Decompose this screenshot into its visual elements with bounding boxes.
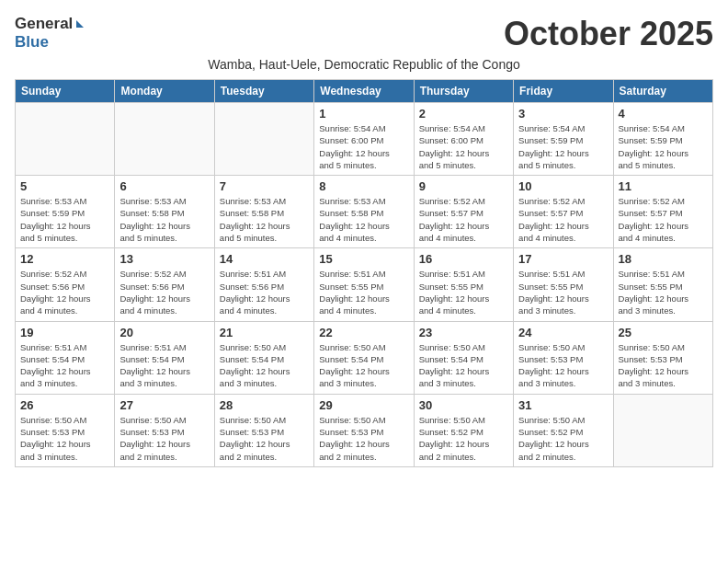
day-info: Sunrise: 5:53 AM Sunset: 5:59 PM Dayligh… [20,195,109,244]
calendar-day-cell: 30Sunrise: 5:50 AM Sunset: 5:52 PM Dayli… [414,394,513,466]
calendar-day-cell: 3Sunrise: 5:54 AM Sunset: 5:59 PM Daylig… [514,103,613,176]
day-info: Sunrise: 5:51 AM Sunset: 5:56 PM Dayligh… [220,268,309,316]
day-info: Sunrise: 5:50 AM Sunset: 5:53 PM Dayligh… [20,414,109,463]
day-number: 21 [220,326,309,339]
day-info: Sunrise: 5:50 AM Sunset: 5:53 PM Dayligh… [518,341,608,390]
day-number: 3 [518,107,608,121]
calendar-day-cell: 6Sunrise: 5:53 AM Sunset: 5:58 PM Daylig… [115,176,214,248]
calendar-day-cell [115,103,214,176]
day-number: 1 [319,107,408,121]
day-number: 18 [619,252,708,266]
calendar-day-cell: 26Sunrise: 5:50 AM Sunset: 5:53 PM Dayli… [16,394,115,466]
calendar-day-cell: 4Sunrise: 5:54 AM Sunset: 5:59 PM Daylig… [613,103,712,176]
calendar-day-cell: 16Sunrise: 5:51 AM Sunset: 5:55 PM Dayli… [414,248,513,321]
day-info: Sunrise: 5:50 AM Sunset: 5:54 PM Dayligh… [419,341,508,390]
day-info: Sunrise: 5:53 AM Sunset: 5:58 PM Dayligh… [319,195,408,244]
day-number: 20 [119,326,209,339]
day-info: Sunrise: 5:52 AM Sunset: 5:57 PM Dayligh… [419,195,508,244]
day-info: Sunrise: 5:54 AM Sunset: 6:00 PM Dayligh… [319,122,408,171]
day-number: 28 [220,398,309,412]
day-info: Sunrise: 5:50 AM Sunset: 5:52 PM Dayligh… [419,414,508,463]
day-info: Sunrise: 5:54 AM Sunset: 5:59 PM Dayligh… [619,122,708,171]
day-number: 11 [619,179,708,193]
day-number: 13 [119,252,209,266]
day-info: Sunrise: 5:51 AM Sunset: 5:55 PM Dayligh… [518,268,608,316]
day-info: Sunrise: 5:51 AM Sunset: 5:55 PM Dayligh… [419,268,508,316]
day-number: 12 [20,252,109,266]
weekday-header-cell: Saturday [613,80,712,103]
day-info: Sunrise: 5:50 AM Sunset: 5:54 PM Dayligh… [220,341,309,390]
calendar-week-row: 12Sunrise: 5:52 AM Sunset: 5:56 PM Dayli… [16,248,713,321]
day-info: Sunrise: 5:52 AM Sunset: 5:57 PM Dayligh… [619,195,708,244]
month-title: October 2025 [504,15,713,53]
day-info: Sunrise: 5:52 AM Sunset: 5:57 PM Dayligh… [518,195,608,244]
weekday-header-cell: Thursday [414,80,513,103]
calendar-day-cell: 1Sunrise: 5:54 AM Sunset: 6:00 PM Daylig… [314,103,414,176]
calendar-day-cell: 20Sunrise: 5:51 AM Sunset: 5:54 PM Dayli… [115,321,214,394]
day-number: 14 [220,252,309,266]
calendar-day-cell: 14Sunrise: 5:51 AM Sunset: 5:56 PM Dayli… [214,248,313,321]
weekday-header-row: SundayMondayTuesdayWednesdayThursdayFrid… [16,80,713,103]
calendar-day-cell: 28Sunrise: 5:50 AM Sunset: 5:53 PM Dayli… [214,394,313,466]
calendar-subtitle: Wamba, Haut-Uele, Democratic Republic of… [15,57,713,72]
calendar-day-cell: 12Sunrise: 5:52 AM Sunset: 5:56 PM Dayli… [16,248,115,321]
calendar-day-cell [613,394,712,466]
day-info: Sunrise: 5:52 AM Sunset: 5:56 PM Dayligh… [119,268,209,316]
calendar-day-cell: 15Sunrise: 5:51 AM Sunset: 5:55 PM Dayli… [314,248,414,321]
calendar-day-cell: 27Sunrise: 5:50 AM Sunset: 5:53 PM Dayli… [115,394,214,466]
day-number: 31 [518,398,608,412]
day-number: 2 [419,107,508,121]
calendar-day-cell: 9Sunrise: 5:52 AM Sunset: 5:57 PM Daylig… [414,176,513,248]
calendar-table: SundayMondayTuesdayWednesdayThursdayFrid… [15,79,713,467]
day-number: 24 [518,326,608,339]
weekday-header-cell: Tuesday [214,80,313,103]
calendar-day-cell: 25Sunrise: 5:50 AM Sunset: 5:53 PM Dayli… [613,321,712,394]
day-info: Sunrise: 5:50 AM Sunset: 5:54 PM Dayligh… [319,341,408,390]
calendar-body: 1Sunrise: 5:54 AM Sunset: 6:00 PM Daylig… [16,103,713,467]
calendar-day-cell: 5Sunrise: 5:53 AM Sunset: 5:59 PM Daylig… [16,176,115,248]
calendar-day-cell: 21Sunrise: 5:50 AM Sunset: 5:54 PM Dayli… [214,321,313,394]
logo-general: General [15,15,73,33]
calendar-day-cell: 7Sunrise: 5:53 AM Sunset: 5:58 PM Daylig… [214,176,313,248]
day-info: Sunrise: 5:50 AM Sunset: 5:52 PM Dayligh… [518,414,608,463]
day-number: 26 [20,398,109,412]
logo-blue: Blue [15,33,49,51]
day-info: Sunrise: 5:50 AM Sunset: 5:53 PM Dayligh… [619,341,708,390]
day-number: 5 [20,179,109,193]
day-number: 7 [220,179,309,193]
day-info: Sunrise: 5:50 AM Sunset: 5:53 PM Dayligh… [220,414,309,463]
day-info: Sunrise: 5:53 AM Sunset: 5:58 PM Dayligh… [220,195,309,244]
day-info: Sunrise: 5:54 AM Sunset: 5:59 PM Dayligh… [518,122,608,171]
day-number: 23 [419,326,508,339]
calendar-day-cell: 17Sunrise: 5:51 AM Sunset: 5:55 PM Dayli… [514,248,613,321]
day-info: Sunrise: 5:54 AM Sunset: 6:00 PM Dayligh… [419,122,508,171]
day-number: 8 [319,179,408,193]
calendar-week-row: 1Sunrise: 5:54 AM Sunset: 6:00 PM Daylig… [16,103,713,176]
day-number: 6 [119,179,209,193]
calendar-day-cell: 8Sunrise: 5:53 AM Sunset: 5:58 PM Daylig… [314,176,414,248]
calendar-day-cell: 19Sunrise: 5:51 AM Sunset: 5:54 PM Dayli… [16,321,115,394]
calendar-day-cell: 2Sunrise: 5:54 AM Sunset: 6:00 PM Daylig… [414,103,513,176]
calendar-day-cell: 24Sunrise: 5:50 AM Sunset: 5:53 PM Dayli… [514,321,613,394]
weekday-header-cell: Sunday [16,80,115,103]
calendar-day-cell: 22Sunrise: 5:50 AM Sunset: 5:54 PM Dayli… [314,321,414,394]
calendar-day-cell: 10Sunrise: 5:52 AM Sunset: 5:57 PM Dayli… [514,176,613,248]
day-number: 27 [119,398,209,412]
day-number: 9 [419,179,508,193]
day-number: 25 [619,326,708,339]
day-number: 4 [619,107,708,121]
logo: General Blue [15,15,84,52]
day-info: Sunrise: 5:52 AM Sunset: 5:56 PM Dayligh… [20,268,109,316]
calendar-day-cell: 18Sunrise: 5:51 AM Sunset: 5:55 PM Dayli… [613,248,712,321]
calendar-day-cell: 31Sunrise: 5:50 AM Sunset: 5:52 PM Dayli… [514,394,613,466]
day-number: 29 [319,398,408,412]
day-number: 15 [319,252,408,266]
calendar-day-cell [214,103,313,176]
day-info: Sunrise: 5:53 AM Sunset: 5:58 PM Dayligh… [119,195,209,244]
day-number: 16 [419,252,508,266]
calendar-day-cell: 29Sunrise: 5:50 AM Sunset: 5:53 PM Dayli… [314,394,414,466]
calendar-week-row: 5Sunrise: 5:53 AM Sunset: 5:59 PM Daylig… [16,176,713,248]
calendar-day-cell [16,103,115,176]
logo-triangle-icon [76,20,84,28]
header: General Blue October 2025 [15,15,713,53]
